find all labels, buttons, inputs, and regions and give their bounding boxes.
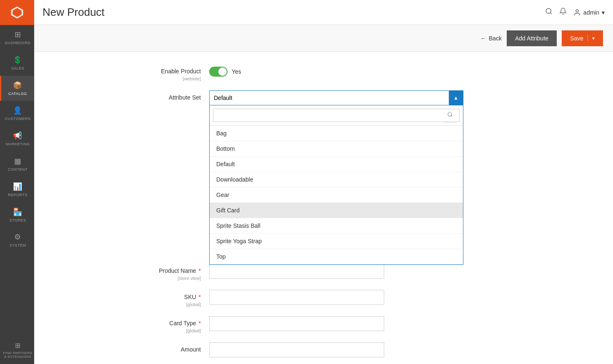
- customers-icon: 👤: [13, 106, 23, 115]
- topbar-actions: admin ▾: [545, 7, 605, 17]
- amount-control: [209, 342, 384, 357]
- sidebar-item-label: SYSTEM: [9, 243, 26, 248]
- amount-label: Amount: [118, 342, 209, 354]
- back-arrow-icon: ←: [480, 35, 486, 42]
- find-partners-icon: ⊞: [15, 342, 21, 349]
- sidebar-item-label: CONTENT: [8, 167, 28, 172]
- dropdown-option-gear[interactable]: Gear: [210, 187, 463, 203]
- svg-point-1: [576, 10, 578, 12]
- card-type-label: Card Type * [global]: [118, 316, 209, 334]
- attribute-set-control: Default ▲ Bag Bottom De: [209, 90, 384, 105]
- attribute-set-search-input[interactable]: [213, 109, 460, 122]
- card-type-required: *: [199, 320, 201, 327]
- sales-icon: 💲: [13, 55, 23, 65]
- sku-required: *: [199, 294, 201, 300]
- attribute-set-select-wrapper: Default ▲ Bag Bottom De: [209, 90, 463, 105]
- product-name-control: [209, 264, 384, 279]
- dropdown-search-icon: [444, 108, 456, 122]
- toggle-yes-label: Yes: [232, 68, 241, 75]
- sku-input[interactable]: [209, 290, 384, 305]
- svg-point-0: [546, 8, 551, 13]
- enable-product-toggle[interactable]: [209, 67, 228, 77]
- user-name: admin: [583, 9, 599, 16]
- dropdown-option-downloadable[interactable]: Downloadable: [210, 172, 463, 187]
- sidebar-item-label: DASHBOARD: [5, 41, 31, 45]
- attribute-set-row: Attribute Set Default ▲: [118, 90, 596, 105]
- sidebar-item-catalog[interactable]: 📦 CATALOG: [0, 76, 34, 101]
- sidebar: ⊞ DASHBOARD 💲 SALES 📦 CATALOG 👤 CUSTOMER…: [0, 0, 34, 364]
- add-attribute-button[interactable]: Add Attribute: [507, 30, 557, 46]
- attribute-set-dropdown: Bag Bottom Default Downloadable Gear Gif…: [209, 105, 463, 265]
- sidebar-item-label: STORES: [10, 218, 26, 223]
- sidebar-item-sales[interactable]: 💲 SALES: [0, 50, 34, 76]
- dropdown-option-bottom[interactable]: Bottom: [210, 141, 463, 157]
- page-title: New Product: [43, 6, 545, 19]
- enable-product-label: Enable Product [website]: [118, 64, 209, 82]
- sidebar-item-label: FIND PARTNERS& EXTENSIONS: [3, 351, 32, 359]
- reports-icon: 📊: [13, 182, 23, 191]
- product-form: Enable Product [website] Yes Attribute S…: [34, 52, 613, 364]
- sidebar-item-label: MARKETING: [5, 142, 30, 147]
- sidebar-item-label: SALES: [11, 66, 25, 71]
- sidebar-item-label: CUSTOMERS: [5, 117, 31, 121]
- sidebar-item-find-partners[interactable]: ⊞ FIND PARTNERS& EXTENSIONS: [0, 337, 34, 364]
- sidebar-item-label: CATALOG: [8, 92, 27, 96]
- logo[interactable]: [0, 0, 34, 25]
- notification-bell-icon[interactable]: [559, 7, 567, 17]
- attribute-set-value: Default: [214, 95, 232, 101]
- sidebar-item-stores[interactable]: 🏪 STORES: [0, 202, 34, 228]
- sidebar-item-system[interactable]: ⚙ SYSTEM: [0, 227, 34, 253]
- svg-point-2: [448, 112, 452, 116]
- product-name-input[interactable]: [209, 264, 384, 279]
- topbar: New Product admin ▾: [34, 0, 613, 25]
- sku-control: [209, 290, 384, 305]
- user-chevron-icon: ▾: [602, 9, 605, 16]
- dropdown-option-default[interactable]: Default: [210, 157, 463, 172]
- system-icon: ⚙: [14, 232, 21, 242]
- dashboard-icon: ⊞: [15, 30, 21, 39]
- amount-input[interactable]: [209, 342, 384, 357]
- product-name-row: Product Name * [store view]: [118, 264, 596, 282]
- save-button[interactable]: Save ▾: [562, 30, 603, 46]
- sidebar-item-marketing[interactable]: 📢 MARKETING: [0, 126, 34, 152]
- sidebar-item-label: REPORTS: [8, 193, 28, 197]
- sidebar-item-customers[interactable]: 👤 CUSTOMERS: [0, 101, 34, 126]
- attribute-set-label: Attribute Set: [118, 90, 209, 102]
- product-name-label: Product Name * [store view]: [118, 264, 209, 282]
- card-type-control: [209, 316, 384, 331]
- attribute-set-arrow-icon: ▲: [449, 90, 463, 105]
- main-content: New Product admin ▾ ← Back Add Attribute…: [34, 0, 613, 364]
- dropdown-option-sprite-stasis-ball[interactable]: Sprite Stasis Ball: [210, 218, 463, 234]
- dropdown-option-top[interactable]: Top: [210, 249, 463, 264]
- attribute-set-search-area: [210, 105, 463, 126]
- sidebar-item-content[interactable]: ▦ CONTENT: [0, 152, 34, 177]
- search-icon[interactable]: [545, 7, 553, 17]
- user-avatar-icon: [573, 9, 581, 16]
- stores-icon: 🏪: [13, 207, 23, 217]
- card-type-input[interactable]: [209, 316, 384, 331]
- catalog-icon: 📦: [13, 81, 23, 90]
- sku-row: SKU * [global]: [118, 290, 596, 308]
- save-dropdown-arrow-icon[interactable]: ▾: [588, 35, 595, 41]
- sidebar-item-dashboard[interactable]: ⊞ DASHBOARD: [0, 25, 34, 50]
- enable-product-row: Enable Product [website] Yes: [118, 64, 596, 82]
- amount-row: Amount: [118, 342, 596, 357]
- marketing-icon: 📢: [13, 131, 23, 140]
- content-icon: ▦: [14, 157, 22, 166]
- attribute-set-select[interactable]: Default ▲: [209, 90, 463, 105]
- attribute-set-options-list: Bag Bottom Default Downloadable Gear Gif…: [210, 126, 463, 264]
- dropdown-option-bag[interactable]: Bag: [210, 126, 463, 141]
- enable-product-control: Yes: [209, 64, 384, 77]
- back-button[interactable]: ← Back: [480, 35, 502, 42]
- dropdown-option-gift-card[interactable]: Gift Card: [210, 203, 463, 218]
- card-type-row: Card Type * [global]: [118, 316, 596, 334]
- user-menu[interactable]: admin ▾: [573, 9, 605, 16]
- dropdown-option-sprite-yoga-strap[interactable]: Sprite Yoga Strap: [210, 234, 463, 249]
- product-name-required: *: [199, 267, 201, 274]
- sidebar-item-reports[interactable]: 📊 REPORTS: [0, 177, 34, 202]
- sku-label: SKU * [global]: [118, 290, 209, 308]
- actionbar: ← Back Add Attribute Save ▾: [34, 25, 613, 52]
